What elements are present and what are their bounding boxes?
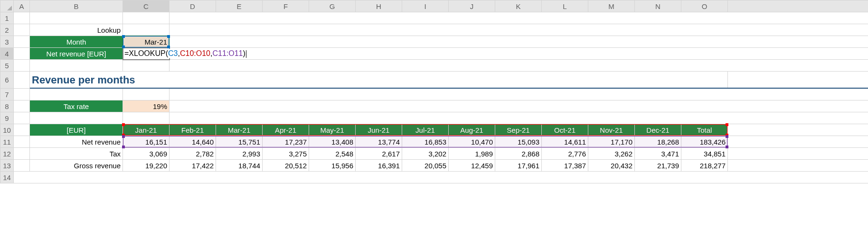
col-header[interactable]: L [542,0,588,12]
cell[interactable] [170,36,868,48]
row-header[interactable]: 13 [0,160,14,172]
data-cell[interactable]: 3,069 [123,148,170,160]
data-cell[interactable]: 2,868 [495,148,542,160]
net-revenue-label[interactable]: Net revenue [EUR] [30,48,123,60]
data-cell[interactable]: 13,408 [309,136,356,148]
row-header[interactable]: 11 [0,136,14,148]
month-header[interactable]: Jun-21 [356,124,402,136]
cell[interactable] [14,100,30,112]
data-cell[interactable]: 3,471 [635,148,681,160]
col-header[interactable]: D [170,0,216,12]
data-cell[interactable]: 2,548 [309,148,356,160]
cell[interactable] [14,12,30,24]
row-header[interactable]: 6 [0,72,14,89]
col-header[interactable]: C [123,0,170,12]
data-cell[interactable]: 16,151 [123,136,170,148]
spreadsheet-grid[interactable]: A B C D E F G H I J K L M N O 1 2 Lookup… [0,0,868,183]
cell[interactable] [170,12,868,24]
cell[interactable] [30,112,123,124]
cell[interactable] [170,112,868,124]
data-cell[interactable]: 18,268 [635,136,681,148]
row-header[interactable]: 12 [0,148,14,160]
data-cell[interactable]: 20,055 [402,160,449,172]
row-header[interactable]: 9 [0,112,14,124]
data-cell[interactable]: 15,093 [495,136,542,148]
cell[interactable] [728,160,868,172]
col-header-blank[interactable] [728,0,868,12]
month-header[interactable]: Apr-21 [263,124,309,136]
month-header[interactable]: May-21 [309,124,356,136]
col-header[interactable]: G [309,0,356,12]
data-cell[interactable]: 13,774 [356,136,402,148]
row-header[interactable]: 10 [0,124,14,136]
lookup-heading[interactable]: Lookup [30,24,123,36]
cell[interactable] [30,89,123,100]
cell[interactable] [170,100,868,112]
cell[interactable] [14,48,30,60]
row-header[interactable]: 3 [0,36,14,48]
month-header[interactable]: Jul-21 [402,124,449,136]
formula-edit-cell[interactable]: =XLOOKUP(C3,C10:O10,C11:O11) [123,48,170,60]
row-label[interactable]: Gross revenue [30,160,123,172]
select-all-triangle[interactable] [0,0,14,12]
month-header[interactable]: Mar-21 [216,124,263,136]
data-cell[interactable]: 10,470 [449,136,495,148]
month-header[interactable]: Total [681,124,728,136]
row-label[interactable]: Tax [30,148,123,160]
month-value-cell[interactable]: Mar-21 [123,36,170,48]
cell[interactable] [123,89,170,100]
cell[interactable] [30,12,123,24]
cell[interactable] [123,12,170,24]
cell[interactable] [14,112,30,124]
month-header[interactable]: Dec-21 [635,124,681,136]
cell[interactable] [170,48,868,60]
cell[interactable] [728,124,868,136]
data-cell[interactable]: 1,989 [449,148,495,160]
col-header[interactable]: F [263,0,309,12]
month-header[interactable]: Nov-21 [588,124,635,136]
data-cell[interactable]: 19,220 [123,160,170,172]
cell[interactable] [14,60,30,72]
row-header[interactable]: 5 [0,60,14,72]
data-cell[interactable]: 3,275 [263,148,309,160]
data-cell[interactable]: 16,853 [402,136,449,148]
cell[interactable] [170,89,868,100]
cell[interactable] [123,112,170,124]
cell[interactable] [728,148,868,160]
data-cell[interactable]: 17,237 [263,136,309,148]
data-cell[interactable]: 3,202 [402,148,449,160]
cell[interactable] [30,60,123,72]
data-cell[interactable]: 17,961 [495,160,542,172]
data-cell[interactable]: 218,277 [681,160,728,172]
month-header[interactable]: Feb-21 [170,124,216,136]
col-header[interactable]: A [14,0,30,12]
data-cell[interactable]: 16,391 [356,160,402,172]
data-cell[interactable]: 20,512 [263,160,309,172]
month-header[interactable]: Oct-21 [542,124,588,136]
cell[interactable] [170,60,868,72]
data-cell[interactable]: 17,387 [542,160,588,172]
data-cell[interactable]: 20,432 [588,160,635,172]
data-cell[interactable]: 21,739 [635,160,681,172]
cell[interactable] [170,24,868,36]
row-header[interactable]: 2 [0,24,14,36]
cell[interactable] [14,124,30,136]
data-cell[interactable]: 2,782 [170,148,216,160]
data-cell[interactable]: 2,617 [356,148,402,160]
row-header[interactable]: 14 [0,172,14,183]
col-header[interactable]: B [30,0,123,12]
data-cell[interactable]: 14,611 [542,136,588,148]
cell[interactable] [123,24,170,36]
cell[interactable] [728,136,868,148]
cell[interactable] [14,160,30,172]
cell[interactable] [14,172,868,183]
data-cell[interactable]: 34,851 [681,148,728,160]
month-header[interactable]: Jan-21 [123,124,170,136]
col-header[interactable]: E [216,0,263,12]
cell[interactable] [728,72,868,89]
row-label[interactable]: Net revenue [30,136,123,148]
row-header[interactable]: 1 [0,12,14,24]
col-header[interactable]: M [588,0,635,12]
data-cell[interactable]: 2,776 [542,148,588,160]
cell[interactable] [14,24,30,36]
